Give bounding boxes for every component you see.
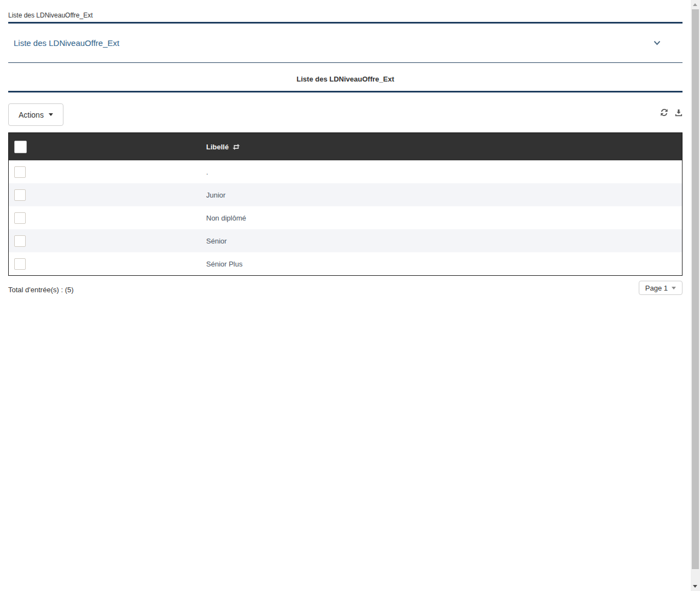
row-checkbox-cell — [9, 258, 197, 270]
select-all-checkbox[interactable] — [14, 141, 27, 153]
row-checkbox[interactable] — [14, 258, 26, 270]
table-tools — [660, 108, 682, 117]
actions-button-label: Actions — [19, 111, 44, 119]
table-row[interactable]: Sénior — [9, 229, 682, 252]
vertical-scrollbar[interactable] — [691, 0, 700, 591]
page-selector[interactable]: Page 1 — [639, 281, 682, 295]
table-row[interactable]: Sénior Plus — [9, 252, 682, 275]
row-checkbox[interactable] — [14, 166, 26, 178]
column-header-label: Libellé — [206, 143, 229, 151]
row-libelle: . — [197, 168, 682, 176]
table-header-row: Libellé — [9, 133, 682, 160]
chevron-down-icon[interactable] — [654, 40, 661, 45]
actions-button[interactable]: Actions — [8, 103, 63, 126]
table-body: . Junior Non diplômé Sénior Sénior Plus — [9, 160, 682, 275]
page-selector-label: Page 1 — [645, 284, 668, 292]
row-checkbox[interactable] — [14, 212, 26, 224]
sort-loop-icon[interactable] — [232, 144, 240, 150]
data-table: Libellé . Junior Non diplômé — [8, 132, 682, 276]
page-title: Liste des LDNiveauOffre_Ext — [8, 75, 682, 83]
row-checkbox-cell — [9, 166, 197, 178]
row-checkbox-cell — [9, 235, 197, 247]
download-icon[interactable] — [675, 109, 682, 117]
scrollbar-thumb[interactable] — [692, 9, 699, 569]
row-checkbox[interactable] — [14, 189, 26, 201]
row-libelle: Non diplômé — [197, 214, 682, 222]
table-row[interactable]: Junior — [9, 183, 682, 206]
row-checkbox[interactable] — [14, 235, 26, 247]
main-content: Liste des LDNiveauOffre_Ext Liste des LD… — [0, 0, 691, 591]
breadcrumb-label: Liste des LDNiveauOffre_Ext — [8, 11, 682, 19]
toolbar: Actions — [8, 103, 682, 126]
row-libelle: Junior — [197, 191, 682, 199]
caret-down-icon — [49, 113, 53, 116]
collapsible-panel-header[interactable]: Liste des LDNiveauOffre_Ext — [8, 24, 682, 63]
row-checkbox-cell — [9, 189, 197, 201]
table-row[interactable]: . — [9, 160, 682, 183]
column-header-libelle[interactable]: Libellé — [197, 143, 682, 151]
title-divider — [8, 91, 682, 92]
table-footer: Total d'entrée(s) : (5) Page 1 — [8, 281, 682, 295]
row-libelle: Sénior — [197, 237, 682, 245]
refresh-icon[interactable] — [660, 108, 668, 117]
scroll-up-icon[interactable] — [693, 3, 697, 6]
panel-title: Liste des LDNiveauOffre_Ext — [14, 38, 119, 48]
row-libelle: Sénior Plus — [197, 260, 682, 268]
caret-down-icon — [672, 287, 676, 289]
scroll-down-icon[interactable] — [693, 585, 697, 588]
row-checkbox-cell — [9, 212, 197, 224]
header-checkbox-cell — [9, 141, 197, 153]
total-entries-label: Total d'entrée(s) : (5) — [8, 286, 74, 294]
table-row[interactable]: Non diplômé — [9, 206, 682, 229]
